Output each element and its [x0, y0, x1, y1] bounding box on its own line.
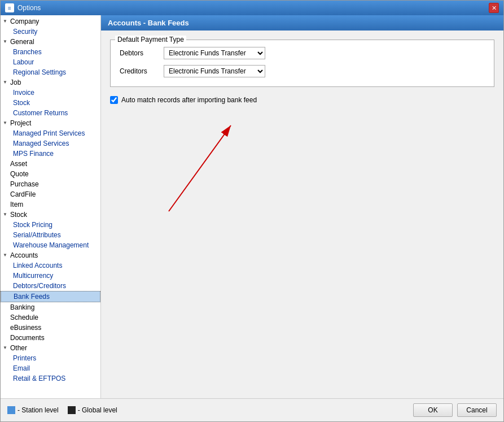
auto-match-checkbox[interactable] [110, 96, 118, 104]
sidebar-item-label: Security [13, 28, 37, 36]
sidebar-item-email[interactable]: Email [1, 363, 100, 373]
sidebar-item-customer-returns[interactable]: Customer Returns [1, 108, 100, 118]
sidebar-item-label: Serial/Attributes [13, 231, 61, 239]
sidebar-item-label: Purchase [10, 180, 39, 188]
sidebar-item-printers[interactable]: Printers [1, 353, 100, 363]
sidebar-item-label: Documents [10, 334, 45, 342]
sidebar-item-debtors-creditors[interactable]: Debtors/Creditors [1, 281, 100, 291]
sidebar-item-label: Company [10, 18, 39, 25]
sidebar-item-company[interactable]: ▼Company [1, 16, 100, 27]
sidebar-item-warehouse-management[interactable]: Warehouse Management [1, 240, 100, 250]
sidebar-item-label: Linked Accounts [13, 262, 62, 269]
sidebar-item-bank-feeds[interactable]: Bank Feeds [1, 291, 100, 302]
creditors-label: Creditors [120, 67, 159, 75]
sidebar-item-other[interactable]: ▼Other [1, 343, 100, 353]
content-body: Default Payment Type Debtors Electronic … [101, 31, 503, 113]
auto-match-row: Auto match records after importing bank … [110, 96, 494, 104]
station-level-legend: - Station level [7, 406, 59, 414]
sidebar-item-label: Quote [10, 170, 29, 178]
collapse-triangle: ▼ [3, 345, 8, 351]
sidebar-item-linked-accounts[interactable]: Linked Accounts [1, 260, 100, 271]
sidebar-item-labour[interactable]: Labour [1, 57, 100, 67]
debtors-select[interactable]: Electronic Funds TransferChequeCashDirec… [164, 47, 265, 59]
window-title: Options [17, 4, 41, 12]
sidebar-item-label: MPS Finance [13, 150, 54, 158]
sidebar-item-stock-job[interactable]: Stock [1, 98, 100, 108]
sidebar-item-label: Managed Print Services [13, 129, 85, 137]
title-bar-left: ≡ Options [5, 3, 41, 12]
sidebar-item-general[interactable]: ▼General [1, 37, 100, 47]
collapse-triangle: ▼ [3, 212, 8, 217]
sidebar-item-ebusiness[interactable]: eBusiness [1, 323, 100, 333]
sidebar-item-asset[interactable]: Asset [1, 159, 100, 169]
sidebar-item-serial-attributes[interactable]: Serial/Attributes [1, 230, 100, 240]
sidebar-item-cardfile[interactable]: CardFile [1, 189, 100, 199]
sidebar-item-label: Customer Returns [13, 109, 68, 117]
creditors-row: Creditors Electronic Funds TransferChequ… [120, 65, 485, 77]
sidebar-item-label: Regional Settings [13, 68, 66, 76]
sidebar-item-label: Job [10, 79, 21, 86]
sidebar-item-accounts[interactable]: ▼Accounts [1, 250, 100, 260]
sidebar-item-label: Other [10, 344, 27, 352]
sidebar-item-label: Item [10, 201, 23, 208]
sidebar-item-documents[interactable]: Documents [1, 333, 100, 343]
sidebar-item-label: CardFile [10, 190, 36, 198]
window-icon: ≡ [5, 3, 14, 12]
sidebar-item-security[interactable]: Security [1, 27, 100, 37]
auto-match-label: Auto match records after importing bank … [121, 96, 257, 104]
sidebar-item-regional-settings[interactable]: Regional Settings [1, 67, 100, 77]
station-level-label: - Station level [17, 406, 59, 414]
sidebar-item-label: Printers [13, 354, 36, 362]
collapse-triangle: ▼ [3, 39, 8, 45]
sidebar-item-schedule[interactable]: Schedule [1, 312, 100, 323]
collapse-triangle: ▼ [3, 19, 8, 24]
sidebar-item-label: Invoice [13, 89, 34, 97]
sidebar-item-job[interactable]: ▼Job [1, 77, 100, 88]
sidebar-item-item[interactable]: Item [1, 199, 100, 210]
title-bar: ≡ Options ✕ [1, 1, 503, 15]
global-level-label: - Global level [78, 406, 117, 414]
sidebar-item-label: Branches [13, 48, 42, 56]
sidebar-item-label: Accounts [10, 251, 38, 259]
sidebar-item-invoice[interactable]: Invoice [1, 88, 100, 98]
sidebar-item-label: Asset [10, 160, 27, 168]
content-header: Accounts - Bank Feeds [101, 15, 503, 31]
sidebar-item-label: Multicurrency [13, 272, 53, 280]
main-content: ▼CompanySecurity▼GeneralBranchesLabourRe… [1, 15, 503, 398]
debtors-row: Debtors Electronic Funds TransferChequeC… [120, 47, 485, 59]
debtors-label: Debtors [120, 49, 159, 57]
sidebar-item-label: eBusiness [10, 324, 41, 332]
sidebar-item-label: Email [13, 364, 30, 372]
sidebar-item-label: Labour [13, 58, 34, 66]
sidebar-item-managed-services[interactable]: Managed Services [1, 138, 100, 149]
sidebar-item-branches[interactable]: Branches [1, 47, 100, 57]
default-payment-type-group: Default Payment Type Debtors Electronic … [110, 40, 494, 87]
sidebar-item-purchase[interactable]: Purchase [1, 179, 100, 189]
sidebar-item-retail-eftpos[interactable]: Retail & EFTPOS [1, 373, 100, 384]
footer-buttons: OK Cancel [413, 403, 497, 417]
options-window: ≡ Options ✕ ▼CompanySecurity▼GeneralBran… [0, 0, 504, 422]
sidebar-item-stock[interactable]: ▼Stock [1, 210, 100, 220]
group-box-legend: Default Payment Type [115, 36, 186, 43]
sidebar-item-project[interactable]: ▼Project [1, 118, 100, 128]
cancel-button[interactable]: Cancel [457, 403, 497, 417]
sidebar-item-banking[interactable]: Banking [1, 302, 100, 312]
sidebar-item-quote[interactable]: Quote [1, 169, 100, 179]
sidebar-item-multicurrency[interactable]: Multicurrency [1, 271, 100, 281]
creditors-select[interactable]: Electronic Funds TransferChequeCashDirec… [164, 65, 265, 77]
sidebar-item-label: Bank Feeds [14, 293, 50, 301]
sidebar-item-stock-pricing[interactable]: Stock Pricing [1, 220, 100, 230]
sidebar-item-managed-print-services[interactable]: Managed Print Services [1, 128, 100, 138]
sidebar-item-label: Schedule [10, 314, 38, 321]
footer: - Station level - Global level OK Cancel [1, 398, 503, 421]
close-button[interactable]: ✕ [489, 3, 499, 13]
collapse-triangle: ▼ [3, 120, 8, 126]
ok-button[interactable]: OK [413, 403, 453, 417]
global-level-icon [68, 406, 76, 414]
sidebar-item-label: Managed Services [13, 140, 69, 147]
sidebar-item-label: Stock [10, 211, 27, 219]
sidebar-item-label: Banking [10, 303, 34, 311]
collapse-triangle: ▼ [3, 80, 8, 85]
sidebar-item-mps-finance[interactable]: MPS Finance [1, 149, 100, 159]
sidebar-item-label: Debtors/Creditors [13, 282, 66, 290]
